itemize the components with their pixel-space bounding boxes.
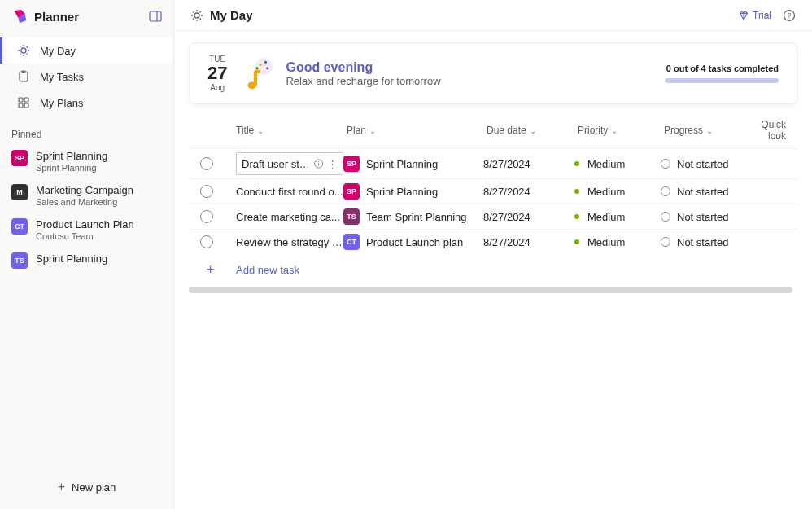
task-plan[interactable]: SPSprint Planning <box>343 156 483 172</box>
task-row[interactable]: Review the strategy d... CTProduct Launc… <box>189 229 797 254</box>
grid-icon <box>17 96 30 109</box>
col-plan[interactable]: Plan⌄ <box>347 125 487 136</box>
chevron-down-icon: ⌄ <box>611 126 618 135</box>
svg-line-9 <box>20 54 21 55</box>
task-progress[interactable]: Not started <box>661 236 750 248</box>
svg-text:?: ? <box>787 11 791 20</box>
task-complete-circle[interactable] <box>200 157 213 170</box>
plan-badge-icon: SP <box>11 150 28 166</box>
task-plan[interactable]: SPSprint Planning <box>343 183 483 200</box>
task-plan[interactable]: TSTeam Sprint Planning <box>343 208 483 225</box>
svg-point-33 <box>248 82 257 89</box>
nav-my-day[interactable]: My Day <box>0 37 173 64</box>
pinned-sub: Sprint Planning <box>36 163 107 174</box>
page-title: My Day <box>210 8 253 22</box>
nav-my-plans[interactable]: My Plans <box>0 90 173 116</box>
task-row[interactable]: Conduct first round o... SPSprint Planni… <box>189 178 797 204</box>
plan-badge-icon: TS <box>343 208 360 225</box>
hero-card: Tue 27 Aug Good evening Relax and rechar… <box>189 42 797 104</box>
pinned-item[interactable]: SP Sprint PlanningSprint Planning <box>0 145 173 179</box>
plus-icon: + <box>200 262 236 277</box>
task-complete-circle[interactable] <box>200 210 213 223</box>
svg-rect-14 <box>24 98 28 102</box>
task-complete-circle[interactable] <box>200 235 213 248</box>
task-plan[interactable]: CTProduct Launch plan <box>343 234 483 250</box>
progress-circle-icon <box>661 237 670 247</box>
panel-pin-icon[interactable] <box>149 10 162 23</box>
pinned-title: Sprint Planning <box>36 150 107 163</box>
priority-dot-icon <box>574 214 579 219</box>
task-title[interactable]: Review the strategy d... <box>236 236 343 248</box>
nav-my-day-label: My Day <box>40 45 76 57</box>
svg-point-32 <box>256 67 259 69</box>
task-priority[interactable]: Medium <box>574 158 661 170</box>
pinned-sub: Sales and Marketing <box>36 197 133 208</box>
progress-circle-icon <box>661 212 670 222</box>
plan-badge-icon: SP <box>343 156 360 172</box>
priority-dot-icon <box>574 239 579 244</box>
pinned-item[interactable]: TS Sprint Planning <box>0 248 173 274</box>
task-priority[interactable]: Medium <box>574 236 661 248</box>
hero-progress: 0 out of 4 tasks completed <box>665 64 779 83</box>
task-priority[interactable]: Medium <box>574 186 661 198</box>
task-progress[interactable]: Not started <box>661 186 750 198</box>
priority-dot-icon <box>574 189 579 194</box>
svg-point-29 <box>260 64 262 66</box>
task-list: Draft user storie⋮ SPSprint Planning 8/2… <box>189 148 797 254</box>
svg-line-23 <box>200 18 202 20</box>
trial-link[interactable]: Trial <box>738 10 771 21</box>
pinned-list: SP Sprint PlanningSprint PlanningM Marke… <box>0 145 173 274</box>
pinned-item[interactable]: M Marketing CampaignSales and Marketing <box>0 179 173 213</box>
svg-line-7 <box>20 46 21 48</box>
task-due[interactable]: 8/27/2024 <box>483 236 574 248</box>
plus-icon: + <box>58 480 65 494</box>
nav-my-tasks[interactable]: My Tasks <box>0 64 173 90</box>
svg-rect-0 <box>150 11 161 21</box>
svg-line-22 <box>193 11 194 13</box>
progress-circle-icon <box>661 186 670 196</box>
task-title[interactable]: Draft user storie⋮ <box>236 152 343 175</box>
date-block: Tue 27 Aug <box>207 55 227 92</box>
task-due[interactable]: 8/27/2024 <box>483 211 574 223</box>
planner-logo-icon <box>11 8 28 24</box>
diamond-icon <box>738 10 749 21</box>
svg-point-17 <box>194 13 199 18</box>
col-due[interactable]: Due date⌄ <box>487 125 578 136</box>
col-priority[interactable]: Priority⌄ <box>578 125 664 136</box>
pinned-label: Pinned <box>0 121 173 145</box>
hero-sub: Relax and recharge for tomorrow <box>286 75 665 87</box>
chevron-down-icon: ⌄ <box>706 126 713 135</box>
nav-my-tasks-label: My Tasks <box>40 71 84 83</box>
svg-point-31 <box>264 61 267 64</box>
pinned-item[interactable]: CT Product Launch PlanContoso Team <box>0 213 173 248</box>
help-icon[interactable]: ? <box>783 9 796 22</box>
task-row[interactable]: Draft user storie⋮ SPSprint Planning 8/2… <box>189 148 797 178</box>
task-due[interactable]: 8/27/2024 <box>483 186 574 198</box>
pinned-title: Sprint Planning <box>36 252 107 265</box>
col-title[interactable]: Title⌄ <box>236 125 347 136</box>
task-title[interactable]: Conduct first round o... <box>236 186 343 198</box>
task-complete-circle[interactable] <box>200 185 213 198</box>
info-icon[interactable] <box>313 158 324 169</box>
table-header: Title⌄ Plan⌄ Due date⌄ Priority⌄ Progres… <box>189 112 797 148</box>
add-task-button[interactable]: + Add new task <box>189 254 797 285</box>
task-priority[interactable]: Medium <box>574 211 661 223</box>
priority-dot-icon <box>574 161 579 166</box>
svg-line-8 <box>27 54 28 55</box>
col-progress[interactable]: Progress⌄ <box>664 125 753 136</box>
svg-line-10 <box>27 46 28 48</box>
add-task-label: Add new task <box>236 264 299 276</box>
task-due[interactable]: 8/27/2024 <box>483 158 574 170</box>
topbar: My Day Trial ? <box>174 0 812 31</box>
task-title[interactable]: Create marketing ca... <box>236 211 343 223</box>
pinned-title: Product Launch Plan <box>36 218 134 231</box>
more-icon[interactable]: ⋮ <box>327 158 338 170</box>
task-progress[interactable]: Not started <box>661 211 750 223</box>
new-plan-button[interactable]: + New plan <box>0 473 173 501</box>
plan-badge-icon: TS <box>11 252 28 269</box>
horizontal-scrollbar[interactable] <box>189 287 792 293</box>
sun-icon <box>17 44 30 57</box>
chevron-down-icon: ⌄ <box>369 126 376 135</box>
task-row[interactable]: Create marketing ca... TSTeam Sprint Pla… <box>189 204 797 229</box>
task-progress[interactable]: Not started <box>661 158 750 170</box>
